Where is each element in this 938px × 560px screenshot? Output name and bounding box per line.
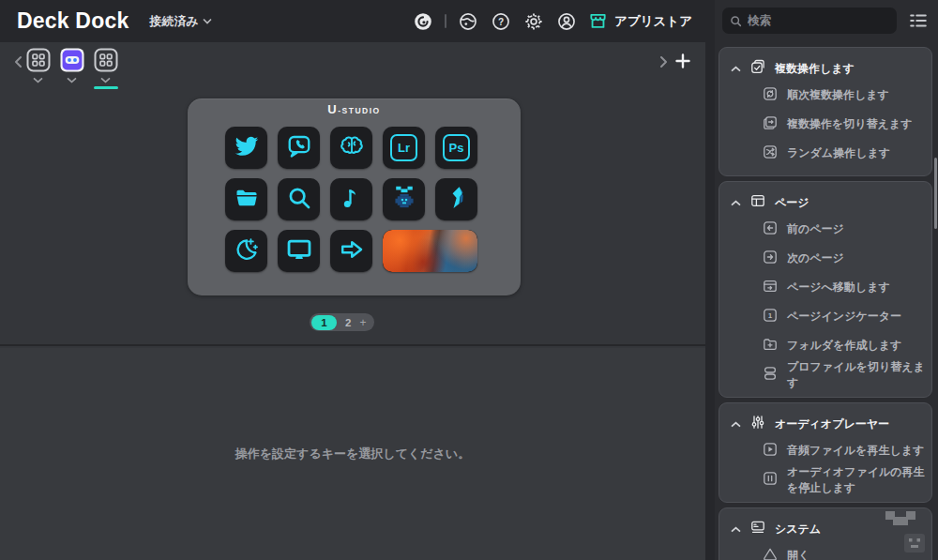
device-key-5[interactable]: Ps [435,127,477,169]
connection-status-dropdown[interactable]: 接続済み [149,13,211,30]
audio-player-icon [750,415,765,433]
chevron-up-icon[interactable] [731,66,741,72]
chevron-up-icon[interactable] [731,526,741,533]
appstore-button[interactable]: アプリストア [588,11,692,31]
grid-keys-icon [26,48,51,72]
scrollbar-thumb[interactable] [934,158,937,229]
page-2[interactable]: 2 [345,317,351,328]
chevron-right-icon[interactable] [656,54,671,69]
action-item-label: プロファイルを切り替えます [787,359,931,391]
list-view-icon[interactable] [908,10,929,31]
empty-state-message: 操作を設定するキーを選択してください。 [235,446,470,462]
goto-page-icon [763,279,778,297]
app-window: Deck Dock 接続済み ? アプリストア [0,0,938,560]
switch-profile-icon [763,366,778,385]
action-item-label: 順次複数操作します [787,87,889,103]
action-item[interactable]: 複数操作を切り替えます [719,110,931,139]
chevron-down-icon[interactable] [67,77,77,83]
action-item[interactable]: プロファイルを切り替えます [719,360,931,389]
panel-gap [705,0,715,560]
chevron-left-icon[interactable] [11,54,26,69]
group-header[interactable]: ページ [719,190,931,215]
action-item-label: ページへ移動します [787,280,890,295]
search-box[interactable] [722,8,897,34]
toggle-multi-icon [763,115,778,134]
prev-page-icon [763,220,778,239]
help-icon[interactable]: ? [490,10,512,33]
chevron-down-icon[interactable] [33,77,43,83]
group-header[interactable]: オーディオプレーヤー [719,412,931,436]
action-item-label: 次のページ [787,250,844,266]
action-item[interactable]: ランダム操作します [719,139,931,168]
device-key-3[interactable] [330,127,372,169]
device-tab-device-1[interactable] [25,48,51,89]
svg-text:?: ? [498,16,504,26]
next-page-icon [763,250,778,268]
chevron-down-icon [203,18,212,24]
device-key-4[interactable]: Lr [383,127,425,169]
header-divider [445,14,446,28]
device-key-7[interactable] [278,178,320,220]
folder-icon [234,185,260,215]
action-group: ページ 前のページ 次のページ ページへ移動します 1 ページインジケーター フ… [719,181,932,398]
appstore-label: アプリストア [614,13,692,30]
logo-swirl-icon[interactable] [412,10,434,33]
moon-stars-icon [234,236,260,266]
monitor-icon [286,236,312,266]
connection-status-label: 接続済み [149,13,198,30]
device-key-11[interactable] [225,230,267,272]
action-group: オーディオプレーヤー 音頻ファイルを再生します オーディオファイルの再生を停止し… [719,402,932,503]
device-tabs [25,48,118,89]
action-item[interactable]: フォルダを作成します [719,331,931,360]
account-icon[interactable] [555,10,578,33]
group-title: システム [775,522,821,537]
chevron-up-icon[interactable] [731,200,741,206]
action-item[interactable]: ページへ移動します [719,273,931,302]
device-key-2[interactable] [278,127,320,169]
random-icon [763,144,778,163]
search-icon [730,15,742,27]
action-group: 複数操作します 順次複数操作します 複数操作を切り替えます ランダム操作します [719,47,932,176]
device-key-14[interactable] [383,230,477,272]
action-item-label: 前のページ [787,221,844,237]
device-tab-device-2[interactable] [93,48,118,89]
action-item[interactable]: オーディオファイルの再生を停止します [719,465,931,494]
appstore-icon [588,11,608,31]
group-header[interactable]: 複数操作します [719,56,931,81]
brain-icon [339,133,365,163]
action-item[interactable]: 順次複数操作します [719,81,931,110]
page-indicator-icon: 1 [763,308,778,326]
device-key-13[interactable] [330,230,372,272]
chevron-down-icon[interactable] [100,77,111,83]
abstract-art-image [383,230,477,272]
action-item[interactable]: 次のページ [719,244,931,273]
adobe-badge-icon: Ps [443,134,470,161]
device-key-1[interactable] [225,127,267,169]
action-item[interactable]: 1 ページインジケーター [719,302,931,331]
search-input[interactable] [748,14,879,27]
search-row [722,8,930,34]
action-item-label: 音頻ファイルを再生します [787,443,924,459]
action-item[interactable]: 前のページ [719,215,931,244]
group-title: 複数操作します [775,61,855,77]
settings-gear-icon[interactable] [522,10,545,33]
action-item[interactable]: 音頻ファイルを再生します [719,436,931,465]
device-key-9[interactable] [383,178,425,220]
page-1[interactable]: 1 [311,315,337,330]
play-icon [763,442,778,461]
header-icon-row: ? アプリストア [412,0,692,42]
device-key-12[interactable] [278,230,320,272]
bird-icon [234,133,260,163]
add-page-button[interactable]: + [359,316,366,329]
add-device-button[interactable] [674,53,691,69]
globe-icon[interactable] [457,10,479,33]
chat-phone-icon [286,133,312,163]
system-icon [750,520,765,538]
actions-sidebar: 複数操作します 順次複数操作します 複数操作を切り替えます ランダム操作します … [715,0,938,560]
device-tab-device-robot[interactable] [59,48,84,89]
device-key-8[interactable] [330,178,372,220]
action-groups: 複数操作します 順次複数操作します 複数操作を切り替えます ランダム操作します … [719,47,932,560]
device-key-10[interactable] [435,178,477,220]
device-key-6[interactable] [225,178,267,220]
chevron-up-icon[interactable] [731,421,741,428]
